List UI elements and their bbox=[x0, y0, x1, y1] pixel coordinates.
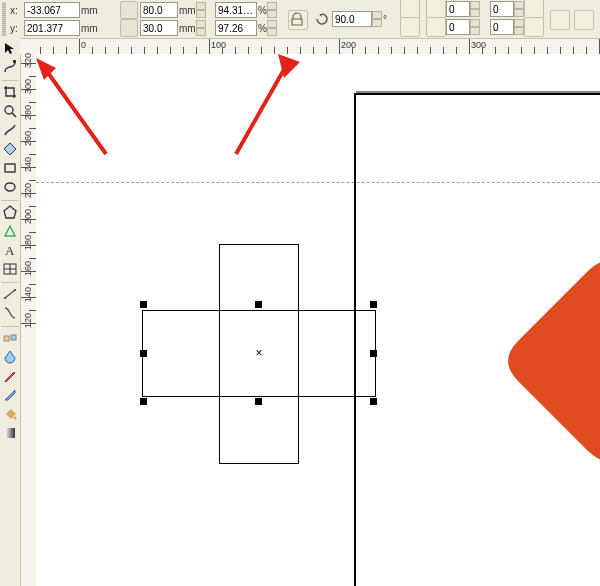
selection-handle-ml[interactable] bbox=[140, 350, 147, 357]
width-input[interactable] bbox=[140, 2, 178, 18]
fill-tool[interactable] bbox=[1, 405, 19, 423]
polygon-tool[interactable] bbox=[1, 203, 19, 221]
width-spin[interactable] bbox=[196, 2, 206, 18]
horizontal-guide[interactable] bbox=[36, 182, 600, 183]
rotation-spin[interactable] bbox=[372, 11, 382, 27]
scale-y-unit: % bbox=[258, 23, 267, 34]
outline-tool[interactable] bbox=[1, 386, 19, 404]
freehand-tool[interactable] bbox=[1, 121, 19, 139]
corner-bl-button[interactable] bbox=[426, 17, 446, 37]
svg-line-21 bbox=[236, 66, 286, 154]
selection-center-marker[interactable]: × bbox=[254, 348, 264, 358]
lock-ratio-button[interactable] bbox=[288, 10, 308, 30]
eyedropper-tool[interactable] bbox=[1, 367, 19, 385]
selection-handle-br[interactable] bbox=[370, 398, 377, 405]
scale-x-input[interactable] bbox=[215, 2, 257, 18]
wrap-text-button[interactable] bbox=[574, 10, 594, 30]
lock-corners-button[interactable] bbox=[550, 10, 570, 30]
corner-br-spin[interactable] bbox=[514, 19, 524, 35]
selection-handle-tr[interactable] bbox=[370, 301, 377, 308]
selection-handle-bm[interactable] bbox=[255, 398, 262, 405]
width-icon bbox=[120, 1, 138, 19]
selection-handle-mr[interactable] bbox=[370, 350, 377, 357]
pos-y-label: y: bbox=[10, 23, 24, 34]
tool-separator bbox=[1, 198, 19, 201]
text-tool[interactable]: A bbox=[1, 241, 19, 259]
svg-line-2 bbox=[12, 113, 16, 117]
shape-tool[interactable] bbox=[1, 58, 19, 76]
annotation-arrow-icon bbox=[216, 54, 306, 164]
transparency-tool[interactable] bbox=[1, 348, 19, 366]
pos-x-label: x: bbox=[10, 5, 24, 16]
annotation-arrow-icon bbox=[32, 58, 122, 168]
svg-point-1 bbox=[5, 106, 13, 114]
toolbar-grip[interactable] bbox=[2, 2, 6, 36]
corner-tl-spin[interactable] bbox=[470, 1, 480, 17]
rotate-icon bbox=[314, 11, 330, 27]
pos-x-input[interactable] bbox=[24, 2, 80, 18]
selection-handle-tm[interactable] bbox=[255, 301, 262, 308]
canvas[interactable]: × bbox=[36, 54, 600, 586]
mirror-v-button[interactable] bbox=[400, 17, 420, 37]
corner-bl-input[interactable] bbox=[446, 19, 470, 35]
svg-rect-0 bbox=[13, 60, 16, 63]
scale-y-spin[interactable] bbox=[267, 20, 277, 36]
corner-br-button[interactable] bbox=[524, 17, 544, 37]
svg-rect-13 bbox=[4, 336, 9, 341]
svg-marker-22 bbox=[278, 54, 300, 78]
property-bar: x: mm y: mm mm mm bbox=[0, 0, 600, 39]
scale-y-input[interactable] bbox=[215, 20, 257, 36]
height-unit: mm bbox=[179, 23, 196, 34]
svg-point-15 bbox=[14, 417, 17, 420]
selection-handle-bl[interactable] bbox=[140, 398, 147, 405]
corner-br-input[interactable] bbox=[490, 19, 514, 35]
tool-separator bbox=[1, 78, 19, 81]
tool-separator bbox=[1, 324, 19, 327]
toolbox: A bbox=[0, 38, 21, 586]
svg-point-4 bbox=[5, 183, 15, 191]
svg-rect-12 bbox=[14, 289, 16, 291]
pos-x-unit: mm bbox=[81, 5, 98, 16]
zoom-tool[interactable] bbox=[1, 102, 19, 120]
corner-tr-input[interactable] bbox=[490, 1, 514, 17]
smart-fill-tool[interactable] bbox=[1, 140, 19, 158]
rotation-unit: ° bbox=[383, 14, 387, 25]
scale-x-spin[interactable] bbox=[267, 2, 277, 18]
pos-y-input[interactable] bbox=[24, 20, 80, 36]
dimension-tool[interactable] bbox=[1, 285, 19, 303]
svg-rect-14 bbox=[11, 335, 16, 340]
orange-diamond-shape[interactable] bbox=[508, 261, 600, 461]
corner-tr-spin[interactable] bbox=[514, 1, 524, 17]
interactive-fill-tool[interactable] bbox=[1, 424, 19, 442]
ellipse-tool[interactable] bbox=[1, 178, 19, 196]
height-input[interactable] bbox=[140, 20, 178, 36]
connector-tool[interactable] bbox=[1, 304, 19, 322]
svg-rect-11 bbox=[4, 297, 6, 299]
width-unit: mm bbox=[179, 5, 196, 16]
svg-line-19 bbox=[46, 70, 106, 154]
basic-shapes-tool[interactable] bbox=[1, 222, 19, 240]
height-icon bbox=[120, 19, 138, 37]
corner-tl-input[interactable] bbox=[446, 1, 470, 17]
selection-handle-tl[interactable] bbox=[140, 301, 147, 308]
corner-bl-spin[interactable] bbox=[470, 19, 480, 35]
scale-x-unit: % bbox=[258, 5, 267, 16]
height-spin[interactable] bbox=[196, 20, 206, 36]
svg-rect-16 bbox=[5, 428, 15, 438]
rectangle-tool[interactable] bbox=[1, 159, 19, 177]
blend-tool[interactable] bbox=[1, 329, 19, 347]
crop-tool[interactable] bbox=[1, 83, 19, 101]
svg-marker-5 bbox=[4, 206, 16, 218]
page-border-top-edge bbox=[354, 93, 600, 95]
pos-y-unit: mm bbox=[81, 23, 98, 34]
svg-marker-20 bbox=[36, 58, 56, 80]
table-tool[interactable] bbox=[1, 260, 19, 278]
svg-line-10 bbox=[5, 290, 15, 298]
svg-text:A: A bbox=[5, 243, 15, 257]
tool-separator bbox=[1, 280, 19, 283]
rotation-input[interactable] bbox=[332, 11, 372, 27]
page-shadow bbox=[356, 91, 600, 93]
svg-rect-3 bbox=[5, 164, 15, 172]
pick-tool[interactable] bbox=[1, 39, 19, 57]
